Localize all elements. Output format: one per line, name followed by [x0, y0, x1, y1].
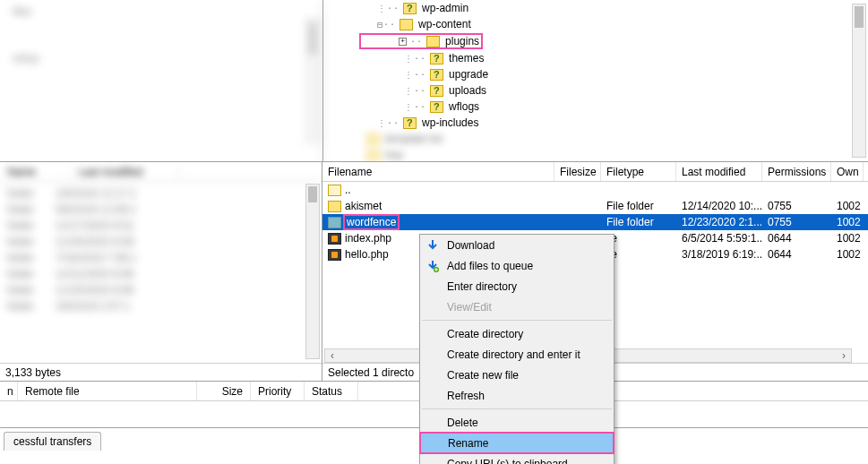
- menu-refresh[interactable]: Refresh: [420, 385, 614, 406]
- menu-rename[interactable]: Rename: [419, 432, 614, 454]
- expand-icon[interactable]: +: [399, 38, 407, 46]
- column-size[interactable]: Size: [197, 382, 251, 400]
- menu-create-directory-enter[interactable]: Create directory and enter it: [420, 344, 614, 365]
- scrollbar-vertical[interactable]: [305, 184, 320, 359]
- column-headers[interactable]: NameLast modified: [0, 162, 322, 182]
- local-tree-pane: files setup: [0, 0, 322, 161]
- folder-icon: [430, 69, 443, 81]
- selected-filename: wordfence: [343, 214, 400, 230]
- column-remote-file[interactable]: Remote file: [18, 382, 197, 400]
- php-file-icon: [328, 233, 341, 245]
- tree-node-uploads[interactable]: uploads: [447, 84, 488, 97]
- menu-view-edit: View/Edit: [420, 296, 614, 317]
- column-filename[interactable]: Filename: [322, 162, 554, 181]
- column-filetype[interactable]: Filetype: [601, 162, 676, 181]
- menu-separator: [422, 320, 612, 321]
- folder-icon: [328, 217, 341, 228]
- folder-icon: [366, 150, 380, 161]
- remote-tree-pane[interactable]: ⋮··wp-admin ⊟··wp-content +··plugins ⋮··…: [322, 0, 868, 161]
- column-owner[interactable]: Own: [831, 162, 864, 181]
- parent-directory-row[interactable]: ..: [322, 182, 868, 198]
- menu-enter-directory[interactable]: Enter directory: [420, 276, 614, 296]
- tree-node-wp-content[interactable]: wp-content: [417, 18, 473, 30]
- file-row-akismet[interactable]: akismet File folder 12/14/2020 10:... 07…: [322, 198, 868, 214]
- folder-icon: [366, 133, 380, 145]
- tree-node-wp-admin[interactable]: wp-admin: [420, 2, 470, 14]
- menu-create-new-file[interactable]: Create new file: [420, 365, 614, 385]
- tree-node-plugins[interactable]: plugins: [443, 35, 481, 47]
- download-icon: [425, 238, 440, 253]
- folder-icon: [403, 117, 417, 129]
- folder-icon: [430, 85, 443, 97]
- tree-node-wflogs[interactable]: wflogs: [447, 100, 481, 113]
- tree-node-themes[interactable]: themes: [447, 52, 486, 64]
- folder-up-icon: [328, 185, 341, 196]
- column-headers[interactable]: Filename Filesize Filetype Last modified…: [322, 162, 868, 182]
- column-status[interactable]: Status: [305, 382, 358, 400]
- scroll-right-icon[interactable]: ›: [837, 349, 851, 362]
- menu-delete[interactable]: Delete: [420, 412, 614, 433]
- column-permissions[interactable]: Permissions: [762, 162, 831, 181]
- tab-successful-transfers[interactable]: cessful transfers: [4, 432, 101, 451]
- menu-separator: [422, 408, 612, 409]
- tree-node-wp-includes[interactable]: wp-includes: [420, 116, 480, 129]
- folder-icon: [430, 53, 443, 64]
- column-priority[interactable]: Priority: [251, 382, 305, 400]
- local-status-bar: 3,133 bytes: [0, 363, 322, 381]
- tree-node-upgrade[interactable]: upgrade: [447, 68, 490, 81]
- menu-add-to-queue[interactable]: Add files to queue: [420, 255, 614, 276]
- menu-create-directory[interactable]: Create directory: [420, 323, 614, 344]
- context-menu: Download Add files to queue Enter direct…: [419, 234, 614, 464]
- file-row-wordfence[interactable]: wordfence File folder 12/23/2020 2:1... …: [322, 214, 868, 230]
- menu-copy-urls[interactable]: Copy URL(s) to clipboard: [420, 453, 614, 464]
- php-file-icon: [328, 249, 341, 261]
- scrollbar-vertical[interactable]: [305, 18, 320, 143]
- menu-download[interactable]: Download: [420, 235, 614, 255]
- column-lastmodified[interactable]: Last modified: [676, 162, 762, 181]
- folder-icon: [430, 101, 443, 113]
- folder-icon: [403, 3, 417, 14]
- add-queue-icon: [425, 259, 440, 273]
- column-filesize[interactable]: Filesize: [554, 162, 601, 181]
- scrollbar-vertical[interactable]: [852, 4, 866, 158]
- scroll-left-icon[interactable]: ‹: [325, 349, 339, 362]
- folder-icon: [426, 36, 440, 47]
- folder-icon: [328, 201, 341, 212]
- folder-icon: [400, 19, 413, 30]
- local-file-list[interactable]: NameLast modified folder1/6/2019 12:17:1…: [0, 162, 322, 381]
